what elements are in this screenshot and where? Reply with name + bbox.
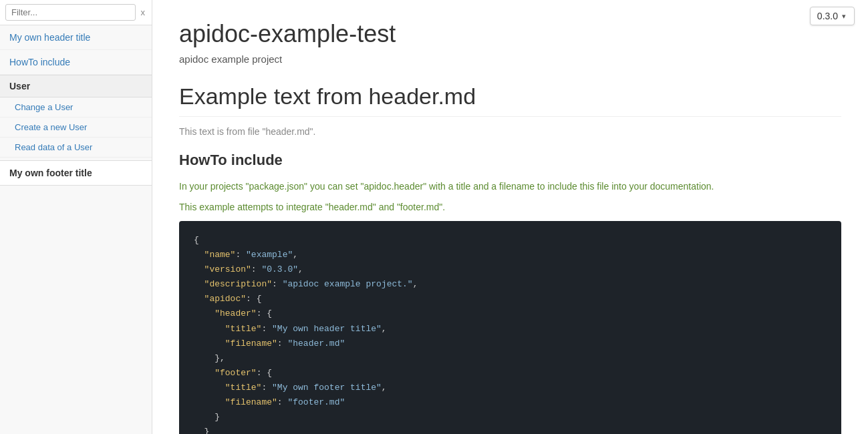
sidebar: x My own header title HowTo include User… [0,0,152,434]
sidebar-item-footer[interactable]: My own footer title [0,160,152,186]
howto-heading: HowTo include [179,152,841,169]
code-line-14: } [194,425,827,434]
code-line-12: "filename": "footer.md" [194,395,827,410]
sidebar-item-read-user[interactable]: Read data of a User [0,138,152,158]
sidebar-section-user: User [0,75,152,97]
sidebar-item-change-user[interactable]: Change a User [0,97,152,118]
code-line-11: "title": "My own footer title", [194,381,827,395]
filter-input[interactable] [5,4,136,21]
code-line-8: "filename": "header.md" [194,337,827,351]
version-dropdown[interactable]: 0.3.0 ▾ [810,7,855,25]
code-line-1: { [194,233,827,248]
filter-clear-button[interactable]: x [140,7,147,17]
code-line-6: "header": { [194,306,827,321]
howto-text-1: In your projects "package.json" you can … [179,180,841,194]
sidebar-item-my-own-header-title[interactable]: My own header title [0,25,152,50]
chevron-down-icon: ▾ [842,12,846,21]
code-line-5: "apidoc": { [194,292,827,306]
filter-row: x [0,0,152,25]
code-line-9: }, [194,351,827,366]
code-line-4: "description": "apidoc example project."… [194,277,827,292]
sidebar-item-howto-include[interactable]: HowTo include [0,50,152,75]
code-line-3: "version": "0.3.0", [194,262,827,277]
code-line-13: } [194,410,827,425]
code-line-2: "name": "example", [194,248,827,262]
section-heading: Example text from header.md [179,83,841,117]
main-content: apidoc-example-test apidoc example proje… [152,0,868,434]
version-label: 0.3.0 [817,11,838,21]
code-block: { "name": "example", "version": "0.3.0",… [179,221,841,434]
app-title: apidoc-example-test [179,20,841,48]
app-subtitle: apidoc example project [179,53,841,65]
howto-text-2: This example attempts to integrate "head… [179,200,841,214]
code-line-10: "footer": { [194,366,827,381]
code-line-7: "title": "My own header title", [194,322,827,337]
source-text: This text is from file "header.md". [179,126,841,137]
sidebar-item-create-user[interactable]: Create a new User [0,118,152,138]
